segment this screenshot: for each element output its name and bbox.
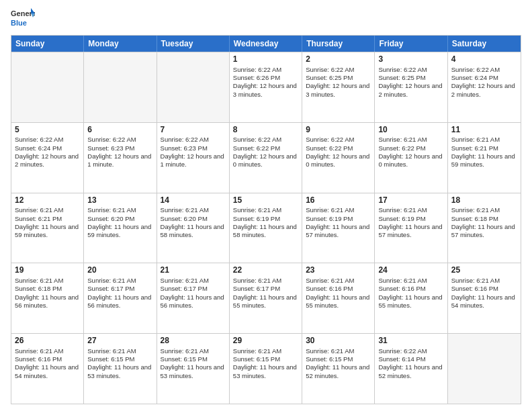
sunset-text: Sunset: 6:22 PM bbox=[306, 144, 353, 152]
daylight-text: Daylight: 12 hours and 2 minutes. bbox=[451, 82, 515, 97]
sunset-text: Sunset: 6:16 PM bbox=[451, 285, 498, 292]
sunset-text: Sunset: 6:18 PM bbox=[15, 285, 62, 292]
daylight-text: Daylight: 11 hours and 55 minutes. bbox=[378, 293, 442, 309]
sunrise-text: Sunrise: 6:21 AM bbox=[378, 277, 427, 284]
logo-area: General Blue bbox=[11, 7, 38, 31]
header-day-tuesday: Tuesday bbox=[157, 36, 230, 52]
sunset-text: Sunset: 6:24 PM bbox=[451, 74, 498, 81]
header-day-saturday: Saturday bbox=[448, 36, 521, 52]
daylight-text: Daylight: 11 hours and 56 minutes. bbox=[15, 293, 79, 309]
daylight-text: Daylight: 11 hours and 53 minutes. bbox=[233, 363, 297, 379]
sunrise-text: Sunrise: 6:21 AM bbox=[15, 277, 63, 284]
daylight-text: Daylight: 11 hours and 53 minutes. bbox=[87, 363, 151, 379]
cal-cell-2-0: 12Sunrise: 6:21 AMSunset: 6:21 PMDayligh… bbox=[11, 193, 84, 263]
sunset-text: Sunset: 6:19 PM bbox=[233, 215, 280, 222]
sunset-text: Sunset: 6:18 PM bbox=[451, 215, 498, 222]
general-blue-logo-icon: General Blue bbox=[11, 7, 35, 31]
cal-cell-1-5: 10Sunrise: 6:21 AMSunset: 6:22 PMDayligh… bbox=[375, 123, 447, 193]
daylight-text: Daylight: 11 hours and 56 minutes. bbox=[87, 293, 151, 309]
daylight-text: Daylight: 11 hours and 59 minutes. bbox=[15, 223, 79, 238]
daylight-text: Daylight: 11 hours and 57 minutes. bbox=[378, 223, 442, 238]
sunrise-text: Sunrise: 6:21 AM bbox=[233, 347, 281, 355]
daylight-text: Daylight: 11 hours and 52 minutes. bbox=[306, 363, 369, 379]
sunrise-text: Sunrise: 6:21 AM bbox=[451, 277, 500, 284]
day-number: 11 bbox=[451, 125, 517, 136]
day-number: 9 bbox=[306, 125, 371, 136]
sunrise-text: Sunrise: 6:21 AM bbox=[15, 347, 63, 355]
cal-cell-4-6 bbox=[448, 334, 521, 404]
sunset-text: Sunset: 6:22 PM bbox=[233, 144, 280, 152]
day-number: 3 bbox=[378, 54, 443, 65]
cal-cell-3-4: 23Sunrise: 6:21 AMSunset: 6:16 PMDayligh… bbox=[302, 263, 375, 333]
sunrise-text: Sunrise: 6:22 AM bbox=[451, 66, 500, 73]
sunset-text: Sunset: 6:15 PM bbox=[87, 355, 134, 363]
cal-cell-3-2: 21Sunrise: 6:21 AMSunset: 6:17 PMDayligh… bbox=[157, 263, 230, 333]
header-day-sunday: Sunday bbox=[11, 36, 84, 52]
sunrise-text: Sunrise: 6:22 AM bbox=[378, 66, 427, 73]
sunrise-text: Sunrise: 6:22 AM bbox=[161, 136, 209, 143]
sunset-text: Sunset: 6:25 PM bbox=[306, 74, 353, 81]
sunrise-text: Sunrise: 6:21 AM bbox=[306, 206, 354, 214]
sunrise-text: Sunrise: 6:21 AM bbox=[161, 277, 209, 284]
calendar: SundayMondayTuesdayWednesdayThursdayFrid… bbox=[11, 35, 521, 404]
day-number: 16 bbox=[306, 195, 371, 206]
daylight-text: Daylight: 11 hours and 55 minutes. bbox=[306, 293, 369, 309]
sunrise-text: Sunrise: 6:21 AM bbox=[161, 206, 209, 214]
daylight-text: Daylight: 11 hours and 54 minutes. bbox=[15, 363, 79, 379]
sunset-text: Sunset: 6:20 PM bbox=[87, 215, 134, 222]
calendar-row-2: 12Sunrise: 6:21 AMSunset: 6:21 PMDayligh… bbox=[11, 193, 521, 263]
sunrise-text: Sunrise: 6:22 AM bbox=[233, 66, 281, 73]
daylight-text: Daylight: 11 hours and 57 minutes. bbox=[451, 223, 515, 238]
sunrise-text: Sunrise: 6:21 AM bbox=[306, 277, 354, 284]
day-number: 2 bbox=[306, 54, 371, 65]
sunset-text: Sunset: 6:17 PM bbox=[161, 285, 208, 292]
cal-cell-2-4: 16Sunrise: 6:21 AMSunset: 6:19 PMDayligh… bbox=[302, 193, 375, 263]
cal-cell-0-1 bbox=[84, 52, 157, 122]
sunset-text: Sunset: 6:19 PM bbox=[378, 215, 425, 222]
cal-cell-1-0: 5Sunrise: 6:22 AMSunset: 6:24 PMDaylight… bbox=[11, 123, 84, 193]
sunrise-text: Sunrise: 6:22 AM bbox=[306, 136, 354, 143]
sunset-text: Sunset: 6:26 PM bbox=[233, 74, 280, 81]
day-number: 1 bbox=[233, 54, 298, 65]
sunset-text: Sunset: 6:19 PM bbox=[306, 215, 353, 222]
daylight-text: Daylight: 11 hours and 55 minutes. bbox=[233, 293, 297, 309]
sunset-text: Sunset: 6:23 PM bbox=[87, 144, 134, 152]
cal-cell-2-2: 14Sunrise: 6:21 AMSunset: 6:20 PMDayligh… bbox=[157, 193, 230, 263]
sunset-text: Sunset: 6:17 PM bbox=[87, 285, 134, 292]
cal-cell-0-2 bbox=[157, 52, 230, 122]
sunset-text: Sunset: 6:16 PM bbox=[15, 355, 62, 363]
daylight-text: Daylight: 12 hours and 3 minutes. bbox=[233, 82, 297, 97]
daylight-text: Daylight: 12 hours and 0 minutes. bbox=[378, 152, 442, 168]
cal-cell-4-4: 30Sunrise: 6:21 AMSunset: 6:15 PMDayligh… bbox=[302, 334, 375, 404]
day-number: 26 bbox=[15, 336, 80, 347]
sunset-text: Sunset: 6:17 PM bbox=[233, 285, 280, 292]
cal-cell-0-6: 4Sunrise: 6:22 AMSunset: 6:24 PMDaylight… bbox=[448, 52, 521, 122]
cal-cell-3-6: 25Sunrise: 6:21 AMSunset: 6:16 PMDayligh… bbox=[448, 263, 521, 333]
day-number: 13 bbox=[87, 195, 152, 206]
calendar-row-4: 26Sunrise: 6:21 AMSunset: 6:16 PMDayligh… bbox=[11, 333, 521, 404]
sunset-text: Sunset: 6:16 PM bbox=[306, 285, 353, 292]
day-number: 30 bbox=[306, 336, 371, 347]
cal-cell-2-6: 18Sunrise: 6:21 AMSunset: 6:18 PMDayligh… bbox=[448, 193, 521, 263]
day-number: 31 bbox=[378, 336, 443, 347]
day-number: 7 bbox=[161, 125, 226, 136]
day-number: 28 bbox=[161, 336, 226, 347]
sunrise-text: Sunrise: 6:21 AM bbox=[161, 347, 209, 355]
sunrise-text: Sunrise: 6:22 AM bbox=[233, 136, 281, 143]
day-number: 29 bbox=[233, 336, 298, 347]
cal-cell-1-3: 8Sunrise: 6:22 AMSunset: 6:22 PMDaylight… bbox=[230, 123, 302, 193]
daylight-text: Daylight: 11 hours and 58 minutes. bbox=[161, 223, 224, 238]
svg-text:Blue: Blue bbox=[11, 19, 27, 27]
daylight-text: Daylight: 11 hours and 58 minutes. bbox=[233, 223, 297, 238]
cal-cell-4-1: 27Sunrise: 6:21 AMSunset: 6:15 PMDayligh… bbox=[84, 334, 157, 404]
cal-cell-0-0 bbox=[11, 52, 84, 122]
day-number: 6 bbox=[87, 125, 152, 136]
cal-cell-1-6: 11Sunrise: 6:21 AMSunset: 6:21 PMDayligh… bbox=[448, 123, 521, 193]
cal-cell-3-5: 24Sunrise: 6:21 AMSunset: 6:16 PMDayligh… bbox=[375, 263, 447, 333]
sunrise-text: Sunrise: 6:21 AM bbox=[451, 206, 500, 214]
day-number: 21 bbox=[161, 265, 226, 276]
cal-cell-1-1: 6Sunrise: 6:22 AMSunset: 6:23 PMDaylight… bbox=[84, 123, 157, 193]
sunset-text: Sunset: 6:25 PM bbox=[378, 74, 425, 81]
cal-cell-4-5: 31Sunrise: 6:22 AMSunset: 6:14 PMDayligh… bbox=[375, 334, 447, 404]
daylight-text: Daylight: 11 hours and 56 minutes. bbox=[161, 293, 224, 309]
